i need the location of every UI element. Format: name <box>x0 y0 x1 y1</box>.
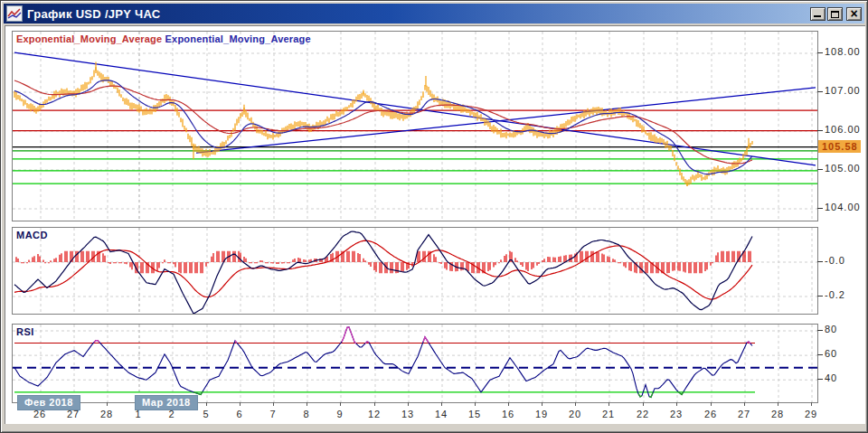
time-axis-tick <box>273 402 274 406</box>
time-axis-tick <box>206 402 207 406</box>
chart-window-icon[interactable] <box>6 5 23 22</box>
day-label: 12 <box>363 409 386 419</box>
price-chart-panel[interactable]: Exponential_Moving_Average Exponential_M… <box>12 31 818 221</box>
time-axis-tick <box>408 402 409 406</box>
axis-tick <box>817 354 823 355</box>
axis-tick <box>817 91 823 92</box>
maximize-button[interactable] <box>827 7 843 21</box>
day-label: 19 <box>530 409 553 419</box>
price-axis-label: 108.00 <box>825 46 861 57</box>
time-axis-tick <box>609 402 609 406</box>
window-controls: × <box>810 7 862 21</box>
day-label: 8 <box>295 409 318 419</box>
day-label: 6 <box>228 409 251 419</box>
day-label: 23 <box>665 409 688 419</box>
day-label: 27 <box>732 409 756 419</box>
price-chart-canvas[interactable] <box>13 32 817 221</box>
day-label: 20 <box>563 409 587 419</box>
chart-icon <box>7 6 22 21</box>
time-axis-tick <box>107 402 108 406</box>
rsi-axis-label: 60 <box>825 348 837 359</box>
day-label: 13 <box>396 409 420 419</box>
minimize-button[interactable] <box>810 7 826 21</box>
time-axis-tick <box>711 402 712 406</box>
time-axis-tick <box>778 402 778 406</box>
day-label: 29 <box>799 409 823 419</box>
axis-tick <box>817 52 823 53</box>
time-axis-tick <box>542 402 542 406</box>
maximize-icon <box>831 11 839 18</box>
day-label: 7 <box>261 409 285 419</box>
axis-tick <box>817 379 823 380</box>
axis-tick <box>817 296 823 297</box>
month-badge: Фев 2018 <box>17 395 80 410</box>
current-price-tag: 105.58 <box>818 140 861 153</box>
day-label: 22 <box>631 409 655 419</box>
price-axis-label: 107.00 <box>825 85 861 96</box>
title-bar[interactable]: График USD /JPY ЧАС × <box>4 4 864 24</box>
day-label: 16 <box>496 409 520 419</box>
axis-tick <box>817 330 823 331</box>
time-axis-tick <box>475 402 476 406</box>
time-axis-tick <box>676 402 677 406</box>
time-axis-tick <box>374 402 375 406</box>
rsi-panel[interactable]: RSI <box>12 324 818 403</box>
day-label: 5 <box>194 409 218 419</box>
rsi-axis-label: 80 <box>825 324 837 334</box>
macd-canvas[interactable] <box>13 228 817 314</box>
month-badge: Мар 2018 <box>135 395 198 410</box>
time-axis-tick <box>811 402 812 406</box>
rsi-axis-label: 40 <box>825 372 837 383</box>
macd-axis-label: -0.0 <box>825 255 845 266</box>
time-axis-tick <box>240 402 241 406</box>
axis-tick <box>817 208 823 209</box>
day-label: 9 <box>328 409 352 419</box>
time-axis-tick <box>441 402 442 406</box>
chart-window: График USD /JPY ЧАС × Exponential_Moving… <box>0 0 868 433</box>
macd-axis-label: -0.2 <box>825 289 845 300</box>
day-label: 14 <box>429 409 453 419</box>
time-axis-tick <box>643 402 644 406</box>
macd-panel[interactable]: MACD <box>12 227 818 315</box>
day-label: 28 <box>766 409 789 419</box>
minimize-icon <box>814 15 821 17</box>
close-button[interactable]: × <box>846 7 862 21</box>
price-axis-label: 106.00 <box>825 124 861 135</box>
window-title: График USD /JPY ЧАС <box>27 7 160 21</box>
time-axis-tick <box>340 402 341 406</box>
time-axis-tick <box>508 402 509 406</box>
day-label: 28 <box>95 409 118 419</box>
time-axis-tick <box>744 402 745 406</box>
price-axis-label: 104.00 <box>825 202 861 212</box>
day-label: 26 <box>699 409 722 419</box>
rsi-canvas[interactable] <box>13 325 817 402</box>
axis-tick <box>817 130 823 131</box>
price-axis-label: 105.00 <box>825 163 861 174</box>
close-icon: × <box>847 6 861 22</box>
axis-tick <box>817 261 823 262</box>
time-axis-tick <box>307 402 307 406</box>
day-label: 21 <box>597 409 620 419</box>
axis-tick <box>817 169 823 170</box>
day-label: 15 <box>463 409 486 419</box>
time-axis-tick <box>575 402 576 406</box>
